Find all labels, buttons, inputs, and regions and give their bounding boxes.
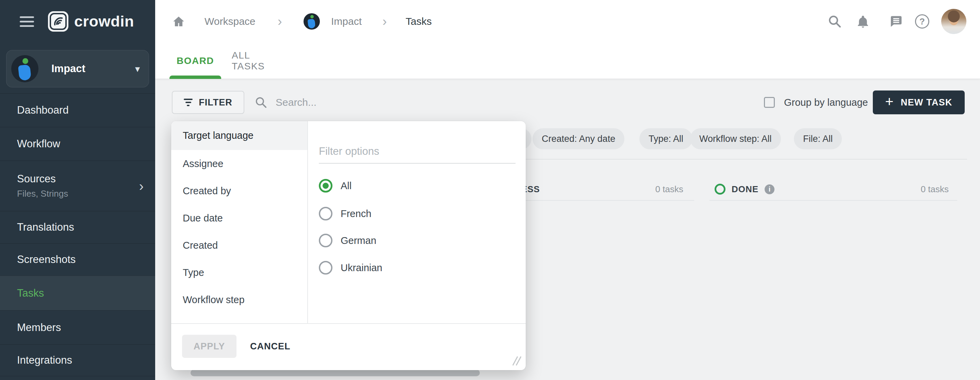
filter-chip-created[interactable]: Created: Any date: [533, 128, 624, 149]
help-icon[interactable]: ?: [913, 13, 931, 30]
breadcrumb-separator-icon: ›: [278, 0, 282, 43]
breadcrumb-workspace[interactable]: Workspace: [205, 0, 256, 43]
filter-dropdown-panel: Target language Assignee Created by Due …: [171, 121, 526, 370]
sidebar-item-sources-sublabel: Files, Strings: [17, 188, 155, 199]
radio-icon[interactable]: [319, 234, 332, 247]
tab-all-tasks[interactable]: ALL TASKS: [232, 43, 280, 79]
sidebar-item-integrations[interactable]: Integrations: [0, 344, 155, 376]
plus-icon: +: [885, 95, 894, 109]
filter-chip-workflow-step[interactable]: Workflow step: All: [690, 128, 781, 149]
filter-category-type[interactable]: Type: [171, 259, 307, 286]
sidebar-item-dashboard[interactable]: Dashboard: [0, 93, 155, 127]
apply-button[interactable]: APPLY: [182, 335, 237, 358]
sidebar-item-screenshots[interactable]: Screenshots: [0, 243, 155, 275]
crowdin-wordmark: crowdin: [74, 13, 134, 30]
filter-category-assignee[interactable]: Assignee: [171, 150, 307, 177]
cancel-button[interactable]: CANCEL: [250, 335, 291, 358]
info-icon[interactable]: i: [765, 184, 775, 194]
filter-options-input[interactable]: [319, 140, 515, 164]
filter-chip-type[interactable]: Type: All: [640, 128, 692, 149]
top-header: Workspace › Impact › Tasks ?: [155, 0, 980, 79]
filter-chip-file[interactable]: File: All: [794, 128, 842, 149]
sidebar-item-translations[interactable]: Translations: [0, 211, 155, 243]
language-option-german[interactable]: German: [319, 233, 376, 248]
radio-selected-icon[interactable]: [319, 179, 332, 192]
sidebar-item-workflow[interactable]: Workflow: [0, 127, 155, 161]
filter-button[interactable]: FILTER: [172, 91, 244, 114]
language-option-all[interactable]: All: [319, 178, 352, 193]
user-avatar[interactable]: [941, 9, 966, 34]
language-option-french[interactable]: French: [319, 206, 371, 221]
filter-icon: [184, 99, 192, 106]
breadcrumb-current-page: Tasks: [406, 0, 432, 43]
sidebar: crowdin Impact ▾ Dashboard Workflow Sour…: [0, 0, 155, 380]
group-by-language-checkbox[interactable]: [764, 97, 775, 108]
sidebar-item-tasks[interactable]: Tasks: [0, 275, 155, 310]
radio-icon[interactable]: [319, 261, 332, 275]
breadcrumb-separator-icon: ›: [382, 0, 387, 43]
task-search: [255, 92, 453, 113]
project-selector[interactable]: Impact ▾: [6, 50, 149, 87]
board-column-done: DONE i 0 tasks: [710, 178, 957, 201]
panel-footer-divider: [171, 323, 526, 324]
home-icon[interactable]: [172, 0, 185, 43]
breadcrumb-project[interactable]: Impact: [331, 0, 362, 43]
search-icon[interactable]: [826, 13, 843, 30]
sidebar-nav: Dashboard Workflow Sources Files, String…: [0, 93, 155, 376]
crowdin-logo-icon: [48, 11, 68, 32]
filter-category-list: Target language Assignee Created by Due …: [171, 121, 308, 323]
filter-category-created[interactable]: Created: [171, 232, 307, 259]
filter-category-workflow-step[interactable]: Workflow step: [171, 286, 307, 313]
group-by-language-label: Group by language: [784, 97, 868, 108]
breadcrumb-project-avatar: [304, 0, 320, 43]
done-status-ring-icon: [714, 184, 725, 195]
notifications-bell-icon[interactable]: [854, 13, 872, 30]
radio-icon[interactable]: [319, 207, 332, 221]
language-option-ukrainian[interactable]: Ukrainian: [319, 260, 382, 275]
hamburger-menu-icon[interactable]: [20, 16, 34, 27]
crowdin-tasks-page: crowdin Impact ▾ Dashboard Workflow Sour…: [0, 0, 980, 380]
column-task-count: 0 tasks: [921, 184, 949, 195]
project-avatar: [11, 55, 38, 82]
messages-icon[interactable]: [887, 13, 904, 30]
filter-category-created-by[interactable]: Created by: [171, 177, 307, 205]
group-by-language-toggle[interactable]: Group by language: [764, 91, 868, 114]
filter-category-target-language[interactable]: Target language: [171, 121, 307, 150]
column-task-count: 0 tasks: [655, 184, 683, 195]
caret-down-icon: ▾: [135, 63, 140, 75]
column-name: DONE: [732, 184, 759, 195]
chevron-right-icon: ›: [139, 179, 143, 193]
sidebar-item-sources[interactable]: Sources Files, Strings ›: [0, 161, 155, 211]
crowdin-logo[interactable]: crowdin: [48, 11, 134, 32]
new-task-button[interactable]: + NEW TASK: [873, 91, 965, 114]
search-icon: [255, 96, 267, 109]
horizontal-scrollbar-thumb[interactable]: [191, 369, 480, 376]
filter-category-due-date[interactable]: Due date: [171, 205, 307, 232]
project-name: Impact: [51, 63, 86, 75]
tab-board[interactable]: BOARD: [169, 43, 221, 79]
search-input[interactable]: [275, 97, 453, 108]
active-tab-underline: [169, 76, 221, 79]
filter-options-pane: All French German Ukrainian: [308, 121, 526, 323]
sidebar-item-members[interactable]: Members: [0, 310, 155, 344]
resize-handle[interactable]: [510, 356, 522, 367]
